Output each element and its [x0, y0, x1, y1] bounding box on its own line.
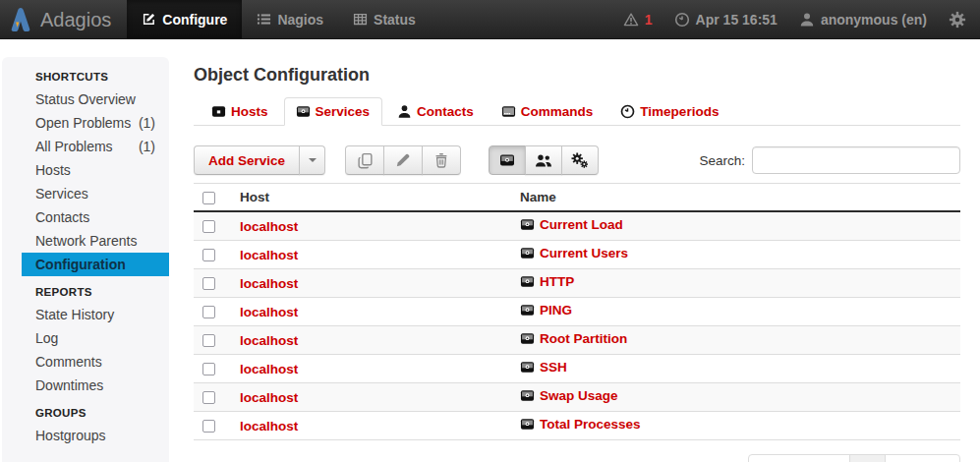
- table-row: localhost Root Partition: [194, 326, 960, 355]
- sidebar-item-hosts[interactable]: Hosts: [2, 158, 169, 182]
- tab-commands[interactable]: Commands: [490, 97, 606, 126]
- table-row: localhost Total Processes: [194, 412, 960, 440]
- table-row: localhost SSH: [194, 355, 960, 383]
- brand-name: Adagios: [40, 0, 111, 39]
- object-tabs: Hosts Services Contacts Commands Timeper…: [194, 97, 960, 126]
- service-link[interactable]: SSH: [540, 360, 567, 375]
- copy-icon: [357, 152, 374, 169]
- pagination: ← Previous 1 Next →: [748, 454, 960, 462]
- clock-icon: [620, 104, 635, 119]
- table-row: localhost Current Users: [194, 241, 960, 269]
- nav-item-label: Nagios: [277, 12, 323, 28]
- copy-button[interactable]: [345, 145, 384, 175]
- settings-gear-button[interactable]: [949, 11, 966, 29]
- previous-page-button[interactable]: ← Previous: [749, 455, 849, 462]
- service-link[interactable]: PING: [540, 303, 572, 318]
- nav-item-configure[interactable]: Configure: [127, 0, 242, 38]
- table-toolbar: Add Service: [194, 145, 960, 175]
- host-link[interactable]: localhost: [240, 248, 298, 262]
- row-checkbox[interactable]: [202, 391, 215, 404]
- select-all-checkbox[interactable]: [202, 192, 215, 204]
- service-monitor-icon: [296, 104, 311, 119]
- page-title: Object Configuration: [194, 65, 960, 86]
- tab-services[interactable]: Services: [284, 97, 383, 126]
- page-number-button[interactable]: 1: [849, 455, 886, 462]
- open-problems-count: (1): [139, 114, 155, 132]
- brand-link[interactable]: Adagios: [0, 0, 127, 38]
- datetime-indicator[interactable]: Apr 15 16:51: [674, 12, 778, 28]
- table-row: localhost Current Load: [194, 211, 960, 241]
- sidebar-item-contacts[interactable]: Contacts: [2, 205, 169, 229]
- sidebar-item-log[interactable]: Log: [2, 326, 169, 350]
- host-link[interactable]: localhost: [240, 419, 298, 433]
- sidebar-item-comments[interactable]: Comments: [2, 350, 169, 374]
- sidebar-item-state-history[interactable]: State History: [2, 303, 169, 326]
- pencil-icon: [395, 152, 411, 168]
- search-area: Search:: [699, 146, 960, 174]
- row-checkbox[interactable]: [202, 277, 215, 290]
- tab-hosts[interactable]: Hosts: [200, 97, 281, 126]
- navbar-right: 1 Apr 15 16:51 anonymous (en): [623, 0, 980, 38]
- sidebar-header-groups: GROUPS: [2, 397, 169, 424]
- host-icon: [211, 104, 226, 119]
- table-row: localhost PING: [194, 298, 960, 326]
- service-monitor-icon: [520, 360, 535, 377]
- host-link[interactable]: localhost: [240, 219, 298, 234]
- gear-icon: [949, 11, 966, 29]
- table-footer: Showing 1 to 8 of 8 entries (filtered fr…: [194, 454, 960, 462]
- sidebar-item-open-problems[interactable]: Open Problems(1): [2, 111, 169, 135]
- sidebar-item-network-parents[interactable]: Network Parents: [2, 229, 169, 253]
- delete-button[interactable]: [422, 145, 461, 175]
- contacts-view-button[interactable]: [525, 145, 562, 175]
- host-link[interactable]: localhost: [240, 390, 298, 405]
- terminal-icon: [501, 104, 516, 119]
- caret-down-icon: [309, 158, 317, 162]
- next-page-button[interactable]: Next →: [885, 455, 959, 462]
- row-checkbox[interactable]: [202, 306, 215, 318]
- service-monitor-icon: [520, 303, 535, 320]
- nav-item-status[interactable]: Status: [338, 0, 431, 38]
- sidebar-item-status-overview[interactable]: Status Overview: [2, 87, 169, 111]
- row-checkbox[interactable]: [202, 420, 215, 433]
- row-checkbox[interactable]: [202, 249, 215, 261]
- services-view-button[interactable]: [489, 145, 526, 175]
- sidebar-item-configuration[interactable]: Configuration: [22, 253, 169, 276]
- service-link[interactable]: HTTP: [540, 274, 574, 289]
- alerts-indicator[interactable]: 1: [623, 12, 653, 28]
- sidebar-header-shortcuts: SHORTCUTS: [2, 61, 169, 87]
- all-problems-count: (1): [139, 138, 155, 155]
- add-service-dropdown-button[interactable]: [299, 145, 325, 175]
- service-link[interactable]: Root Partition: [540, 331, 627, 346]
- column-header-name: Name: [516, 184, 960, 212]
- sidebar-item-hostgroups[interactable]: Hostgroups: [2, 424, 169, 447]
- sidebar-item-downtimes[interactable]: Downtimes: [2, 374, 169, 397]
- row-checkbox[interactable]: [202, 220, 215, 233]
- host-link[interactable]: localhost: [240, 333, 298, 348]
- search-input[interactable]: [752, 146, 960, 174]
- column-header-host: Host: [236, 184, 516, 212]
- row-checkbox[interactable]: [202, 334, 215, 347]
- edit-button[interactable]: [383, 145, 423, 175]
- service-link[interactable]: Current Users: [540, 246, 628, 260]
- service-link[interactable]: Current Load: [540, 217, 623, 232]
- sidebar: SHORTCUTS Status Overview Open Problems(…: [2, 57, 169, 462]
- row-checkbox[interactable]: [202, 363, 215, 375]
- add-service-button[interactable]: Add Service: [194, 145, 300, 175]
- service-link[interactable]: Swap Usage: [540, 388, 618, 403]
- host-link[interactable]: localhost: [240, 362, 298, 376]
- service-link[interactable]: Total Processes: [540, 417, 641, 432]
- settings-view-button[interactable]: [561, 145, 599, 175]
- tab-contacts[interactable]: Contacts: [385, 97, 487, 126]
- host-link[interactable]: localhost: [240, 305, 298, 319]
- trash-icon: [433, 152, 449, 168]
- nav-item-nagios[interactable]: Nagios: [242, 0, 338, 38]
- clock-icon: [674, 12, 690, 28]
- sidebar-item-services[interactable]: Services: [2, 182, 169, 205]
- service-monitor-icon: [520, 388, 535, 406]
- adagios-logo-icon: [10, 7, 31, 32]
- user-menu[interactable]: anonymous (en): [799, 12, 927, 28]
- host-link[interactable]: localhost: [240, 276, 298, 291]
- tab-timeperiods[interactable]: Timeperiods: [608, 97, 731, 126]
- sidebar-header-reports: REPORTS: [2, 276, 169, 303]
- sidebar-item-all-problems[interactable]: All Problems(1): [2, 135, 169, 158]
